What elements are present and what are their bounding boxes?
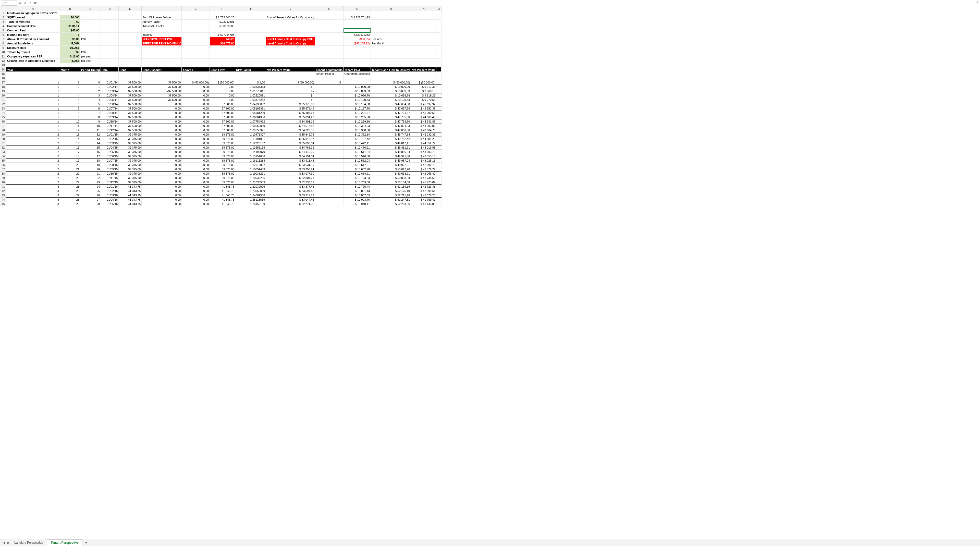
cell[interactable]: $ 34 513,58 <box>266 124 315 128</box>
cell[interactable]: 20 <box>80 167 101 172</box>
cell[interactable] <box>411 37 436 41</box>
cell[interactable] <box>344 11 371 15</box>
cell[interactable]: -4,720522282 <box>344 33 371 37</box>
cell[interactable]: $ 43 353,16 <box>411 154 436 159</box>
cell[interactable]: $ 47 838,38 <box>371 128 410 132</box>
cell[interactable] <box>436 46 442 50</box>
cell[interactable]: 0,00 <box>182 115 210 119</box>
row-head-31[interactable]: 31 <box>0 141 6 145</box>
cell[interactable] <box>80 76 101 80</box>
cell[interactable]: 1,05105331 <box>235 107 266 111</box>
cell[interactable]: 9 <box>60 115 80 119</box>
cell[interactable]: $ 10 688,21 <box>344 172 371 176</box>
cell[interactable]: 3 <box>6 189 60 193</box>
cell[interactable]: 27 <box>80 197 101 202</box>
cell[interactable]: EFFECTIVE RENT MONTHLY <box>142 41 182 46</box>
cell[interactable]: 0,00 <box>142 172 182 176</box>
cell[interactable] <box>315 11 344 15</box>
cell[interactable]: $ 1 713 343,26 <box>210 15 235 20</box>
cell[interactable] <box>315 102 344 107</box>
cell[interactable]: $ - <box>266 85 315 89</box>
cell[interactable] <box>315 193 344 197</box>
cell[interactable] <box>315 197 344 202</box>
row-head-12[interactable]: 12 <box>0 59 6 63</box>
cell[interactable]: 0,00 <box>210 85 235 89</box>
cell[interactable]: 37 500,00 <box>210 124 235 128</box>
cell[interactable] <box>210 54 235 59</box>
cell[interactable] <box>266 72 315 76</box>
cell[interactable]: $ 42 399,51 <box>411 189 436 193</box>
cell[interactable] <box>436 159 442 163</box>
cell[interactable]: 1 <box>6 128 60 132</box>
cell[interactable] <box>315 59 344 63</box>
cell[interactable]: 01/02/14 <box>101 85 119 89</box>
cell[interactable] <box>60 63 80 67</box>
cell[interactable] <box>315 145 344 150</box>
cell[interactable]: 12 <box>60 128 80 132</box>
cell[interactable] <box>436 172 442 176</box>
cell[interactable] <box>315 76 344 80</box>
cell[interactable]: 2 <box>6 167 60 172</box>
cell[interactable] <box>411 41 436 46</box>
row-head-40[interactable]: 40 <box>0 180 6 185</box>
cell[interactable]: $ 32 533,12 <box>266 180 315 185</box>
cell[interactable] <box>210 63 235 67</box>
cell[interactable]: 37 500,00 <box>119 98 142 102</box>
cell[interactable]: $ 10 033,33 <box>344 89 371 94</box>
cell[interactable]: $ (50 000,00) <box>371 80 410 85</box>
cell[interactable]: 21 <box>80 172 101 176</box>
cell[interactable] <box>436 41 442 46</box>
cell[interactable]: 3 <box>6 193 60 197</box>
cell[interactable]: 39 375,00 <box>119 180 142 185</box>
cell[interactable]: 8 <box>60 111 80 115</box>
cell[interactable]: 3 <box>6 197 60 202</box>
cell[interactable]: $ 10 652,70 <box>344 167 371 172</box>
cell[interactable] <box>210 28 235 33</box>
cell[interactable]: $ 10 338,38 <box>344 128 371 132</box>
cell[interactable]: 39 375,00 <box>210 159 235 163</box>
row-head-18[interactable]: 18 <box>0 85 6 89</box>
cell[interactable] <box>411 11 436 15</box>
cell[interactable]: $ 32 804,23 <box>266 176 315 180</box>
cell[interactable] <box>266 20 315 24</box>
corner-cell[interactable] <box>0 6 6 11</box>
cell[interactable]: $ 9 917,36 <box>411 85 436 89</box>
cell[interactable]: 23 <box>60 176 80 180</box>
cell[interactable] <box>119 37 142 41</box>
table-header[interactable]: Rent Discount <box>142 67 182 72</box>
row-head-25[interactable]: 25 <box>0 115 6 119</box>
cell[interactable] <box>142 76 182 80</box>
cell[interactable] <box>235 50 266 54</box>
cell[interactable]: 01/10/14 <box>101 119 119 124</box>
cell[interactable] <box>315 150 344 154</box>
cell[interactable] <box>142 54 182 59</box>
input-value[interactable]: 5 <box>60 33 80 37</box>
cell[interactable] <box>315 124 344 128</box>
cell[interactable] <box>436 111 442 115</box>
cell[interactable] <box>436 163 442 167</box>
cell[interactable]: 1,15151636 <box>235 154 266 159</box>
cell[interactable]: 28 <box>60 197 80 202</box>
cell[interactable] <box>210 46 235 50</box>
input-unit[interactable]: PSF <box>80 37 101 41</box>
inputs-title[interactable]: Inputs are in light green boxes below: <box>6 11 60 15</box>
cell[interactable] <box>210 76 235 80</box>
cell[interactable]: 1,20030256 <box>235 176 266 180</box>
spreadsheet-grid[interactable]: ABCDEFGHIJKLMNO1Inputs are in light gree… <box>0 6 980 539</box>
input-label[interactable]: Annual Escalations <box>6 41 60 46</box>
cell[interactable]: monthly <box>142 33 182 37</box>
row-head-4[interactable]: 4 <box>0 24 6 28</box>
cell[interactable]: $ - <box>266 89 315 94</box>
cell[interactable]: 39 375,00 <box>210 167 235 172</box>
col-head-K[interactable]: K <box>315 6 344 11</box>
cell[interactable]: ($56,65) <box>344 37 371 41</box>
tab-landlord[interactable]: Landlord Perspective <box>11 540 47 546</box>
cell[interactable]: 4 <box>60 94 80 98</box>
cell[interactable]: $ - <box>315 80 344 85</box>
cell[interactable] <box>371 33 410 37</box>
cell[interactable]: 01/05/14 <box>101 98 119 102</box>
cell[interactable]: 0,00 <box>142 167 182 172</box>
cell[interactable] <box>235 20 266 24</box>
cell[interactable]: $ 34 766,32 <box>266 145 315 150</box>
cell[interactable]: 20 <box>60 163 80 167</box>
